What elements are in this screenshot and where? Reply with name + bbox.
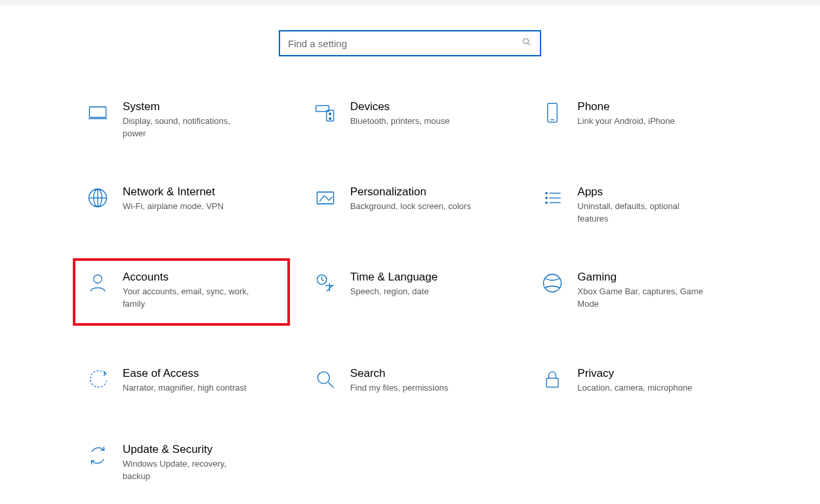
- tile-search[interactable]: Search Find my files, permissions: [303, 362, 518, 402]
- svg-line-25: [328, 383, 333, 388]
- tile-desc: Wi-Fi, airplane mode, VPN: [123, 201, 224, 213]
- ease-of-access-icon: [82, 366, 113, 391]
- search-icon: [522, 37, 532, 50]
- tile-update-security[interactable]: Update & Security Windows Update, recove…: [75, 438, 290, 487]
- tile-ease-of-access[interactable]: Ease of Access Narrator, magnifier, high…: [75, 362, 290, 402]
- svg-rect-2: [89, 107, 106, 117]
- svg-rect-8: [548, 104, 557, 123]
- tile-title: Time & Language: [350, 270, 438, 284]
- tile-title: System: [123, 100, 251, 114]
- window-top-strip: [0, 0, 820, 5]
- lock-icon: [537, 366, 568, 391]
- tile-devices[interactable]: Devices Bluetooth, printers, mouse: [303, 96, 518, 144]
- tile-title: Update & Security: [123, 442, 251, 457]
- tile-phone[interactable]: Phone Link your Android, iPhone: [530, 96, 745, 144]
- tile-desc: Bluetooth, printers, mouse: [350, 115, 450, 128]
- phone-icon: [537, 100, 568, 125]
- search-box[interactable]: [279, 30, 541, 56]
- tile-time-language[interactable]: Time & Language Speech, region, date: [303, 266, 518, 326]
- tile-desc: Link your Android, iPhone: [577, 115, 674, 128]
- tile-desc: Speech, region, date: [350, 286, 438, 298]
- devices-icon: [310, 100, 341, 125]
- tile-privacy[interactable]: Privacy Location, camera, microphone: [530, 362, 745, 402]
- time-language-icon: [310, 270, 341, 295]
- svg-point-6: [329, 113, 331, 115]
- tile-desc: Location, camera, microphone: [577, 382, 692, 395]
- tile-desc: Background, lock screen, colors: [350, 201, 471, 213]
- svg-point-19: [546, 202, 547, 203]
- tile-title: Network & Internet: [123, 185, 224, 199]
- paintbrush-icon: [310, 185, 341, 210]
- settings-grid: System Display, sound, notifications, po…: [75, 96, 745, 487]
- tile-accounts[interactable]: Accounts Your accounts, email, sync, wor…: [73, 258, 290, 326]
- gaming-icon: [537, 270, 568, 295]
- tile-title: Phone: [577, 100, 674, 114]
- person-icon: [82, 270, 113, 295]
- tile-desc: Display, sound, notifications, power: [123, 115, 251, 140]
- svg-point-7: [329, 118, 331, 120]
- search-input[interactable]: [288, 38, 522, 49]
- tile-title: Search: [350, 366, 449, 381]
- svg-point-23: [544, 274, 562, 292]
- apps-icon: [537, 185, 568, 210]
- tile-title: Accounts: [123, 270, 251, 284]
- sync-icon: [82, 442, 113, 467]
- system-icon: [82, 100, 113, 125]
- tile-title: Ease of Access: [123, 366, 247, 381]
- svg-point-17: [546, 197, 547, 199]
- tile-title: Gaming: [577, 270, 706, 284]
- tile-desc: Xbox Game Bar, captures, Game Mode: [577, 286, 706, 311]
- tile-desc: Windows Update, recovery, backup: [123, 458, 251, 483]
- globe-icon: [82, 185, 113, 210]
- svg-point-24: [318, 372, 329, 384]
- tile-desc: Uninstall, defaults, optional features: [577, 201, 706, 225]
- tile-network[interactable]: Network & Internet Wi-Fi, airplane mode,…: [75, 181, 290, 229]
- tile-title: Personalization: [350, 185, 471, 199]
- tile-desc: Your accounts, email, sync, work, family: [123, 286, 251, 311]
- svg-point-0: [523, 39, 529, 44]
- tile-personalization[interactable]: Personalization Background, lock screen,…: [303, 181, 518, 229]
- tile-system[interactable]: System Display, sound, notifications, po…: [75, 96, 290, 144]
- tile-title: Apps: [577, 185, 706, 199]
- tile-title: Devices: [350, 100, 450, 114]
- tile-desc: Find my files, permissions: [350, 382, 449, 395]
- tile-title: Privacy: [577, 366, 692, 381]
- tile-desc: Narrator, magnifier, high contrast: [123, 382, 247, 395]
- magnifier-icon: [310, 366, 341, 391]
- tile-apps[interactable]: Apps Uninstall, defaults, optional featu…: [530, 181, 745, 229]
- svg-point-15: [546, 192, 547, 193]
- svg-rect-26: [546, 379, 558, 388]
- tile-gaming[interactable]: Gaming Xbox Game Bar, captures, Game Mod…: [530, 266, 745, 326]
- svg-point-21: [94, 275, 102, 283]
- svg-line-1: [528, 43, 530, 45]
